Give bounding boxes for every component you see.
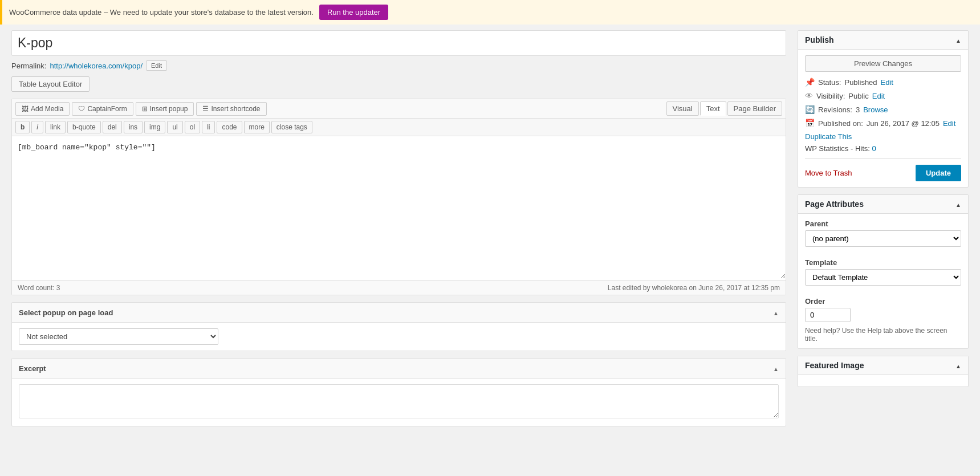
order-label: Order — [805, 297, 961, 306]
wp-stats-value-link[interactable]: 0 — [872, 144, 876, 153]
published-row: 📅 Published on: Jun 26, 2017 @ 12:05 Edi… — [805, 119, 961, 128]
editor-statusbar: Word count: 3 Last edited by wholekorea … — [12, 280, 786, 295]
status-label: Status: — [818, 78, 841, 87]
revisions-browse-link[interactable]: Browse — [863, 105, 888, 114]
word-count: Word count: 3 — [18, 284, 60, 292]
publish-box-body: Preview Changes 📌 Status: Published Edit… — [798, 50, 968, 187]
excerpt-section-body — [12, 379, 786, 426]
notice-text: WooCommerce data update – We need to upd… — [9, 8, 314, 17]
woocommerce-notice: WooCommerce data update – We need to upd… — [0, 0, 980, 25]
insert-popup-button[interactable]: ⊞ Insert popup — [136, 102, 194, 116]
toolbar-link[interactable]: link — [45, 121, 66, 133]
status-row: 📌 Status: Published Edit — [805, 78, 961, 87]
parent-section: Parent (no parent) — [805, 219, 961, 253]
toolbar-ol[interactable]: ol — [185, 121, 200, 133]
featured-image-header[interactable]: Featured Image — [798, 356, 968, 375]
popup-section-body: Not selected — [12, 323, 786, 351]
published-value: Jun 26, 2017 @ 12:05 — [867, 119, 940, 128]
shortcode-icon: ☰ — [202, 105, 209, 113]
visibility-value: Public — [848, 92, 868, 100]
preview-changes-button[interactable]: Preview Changes — [805, 55, 961, 72]
run-updater-button[interactable]: Run the updater — [319, 5, 388, 20]
status-value: Published — [844, 78, 877, 87]
page-attributes-title: Page Attributes — [805, 200, 864, 209]
sidebar: Publish Preview Changes 📌 Status: Publis… — [798, 30, 969, 394]
post-title-input[interactable] — [11, 30, 786, 56]
table-layout-editor-button[interactable]: Table Layout Editor — [11, 76, 90, 92]
shield-icon: 🛡 — [78, 105, 85, 113]
featured-image-title: Featured Image — [805, 361, 864, 370]
toolbar-bquote[interactable]: b-quote — [67, 121, 101, 133]
update-button[interactable]: Update — [916, 165, 961, 181]
toolbar-img[interactable]: img — [144, 121, 165, 133]
order-input[interactable] — [805, 308, 851, 322]
toolbar-more[interactable]: more — [244, 121, 270, 133]
template-label: Template — [805, 258, 961, 267]
published-label: Published on: — [818, 119, 863, 128]
visibility-label: Visibility: — [816, 92, 845, 100]
status-icon: 📌 — [805, 78, 815, 87]
excerpt-section: Excerpt — [11, 358, 786, 426]
page-attributes-collapse-icon — [955, 200, 961, 209]
toolbar-del[interactable]: del — [103, 121, 122, 133]
permalink-link[interactable]: http://wholekorea.com/kpop/ — [50, 62, 143, 70]
toolbar-bold[interactable]: b — [15, 121, 30, 133]
featured-image-collapse-icon — [955, 361, 961, 370]
order-section: Order — [805, 297, 961, 322]
duplicate-this-link[interactable]: Duplicate This — [805, 132, 852, 141]
add-media-button[interactable]: 🖼 Add Media — [15, 102, 70, 116]
permalink-label: Permalink: — [11, 62, 46, 70]
toolbar-ins[interactable]: ins — [124, 121, 143, 133]
excerpt-collapse-icon — [773, 363, 779, 373]
insert-shortcode-button[interactable]: ☰ Insert shortcode — [196, 102, 266, 116]
popup-section-header[interactable]: Select popup on page load — [12, 303, 786, 323]
revisions-row: 🔄 Revisions: 3 Browse — [805, 105, 961, 114]
paperclip-icon: 🖼 — [22, 105, 29, 113]
toolbar-italic[interactable]: i — [31, 121, 43, 133]
template-select[interactable]: Default Template — [805, 269, 961, 286]
move-to-trash-link[interactable]: Move to Trash — [805, 169, 852, 177]
publish-box: Publish Preview Changes 📌 Status: Publis… — [798, 30, 969, 188]
toolbar-code[interactable]: code — [217, 121, 242, 133]
help-text: Need help? Use the Help tab above the sc… — [805, 327, 961, 343]
popup-collapse-icon — [773, 307, 779, 318]
publish-box-header[interactable]: Publish — [798, 31, 968, 50]
revisions-icon: 🔄 — [805, 105, 815, 114]
tab-visual[interactable]: Visual — [666, 101, 699, 116]
editor-container: 🖼 Add Media 🛡 CaptainForm ⊞ Insert popup… — [11, 99, 786, 295]
page-attributes-header[interactable]: Page Attributes — [798, 195, 968, 214]
permalink-edit-button[interactable]: Edit — [146, 60, 167, 71]
publish-actions: Move to Trash Update — [805, 158, 961, 181]
revisions-value: 3 — [856, 105, 860, 114]
page-attributes-box: Page Attributes Parent (no parent) Templ… — [798, 194, 969, 349]
visibility-row: 👁 Visibility: Public Edit — [805, 91, 961, 100]
toolbar-row: b i link b-quote del ins img ul ol li co… — [12, 119, 786, 136]
featured-image-box: Featured Image — [798, 356, 969, 387]
visibility-icon: 👁 — [805, 91, 813, 100]
featured-image-body — [798, 375, 968, 387]
popup-select[interactable]: Not selected — [19, 328, 218, 345]
editor-tabs: Visual Text Page Builder — [665, 101, 782, 116]
toolbar-ul[interactable]: ul — [167, 121, 182, 133]
parent-select[interactable]: (no parent) — [805, 230, 961, 247]
grid-icon: ⊞ — [142, 105, 148, 113]
tab-text[interactable]: Text — [700, 101, 726, 116]
captain-form-button[interactable]: 🛡 CaptainForm — [72, 102, 133, 116]
popup-section: Select popup on page load Not selected — [11, 302, 786, 351]
page-attributes-body: Parent (no parent) Template Default Temp… — [798, 214, 968, 348]
excerpt-section-header[interactable]: Excerpt — [12, 359, 786, 379]
editor-textarea[interactable]: [mb_board name="kpop" style=""] — [12, 136, 786, 279]
excerpt-textarea[interactable] — [19, 384, 779, 418]
revisions-label: Revisions: — [818, 105, 852, 114]
toolbar-li[interactable]: li — [202, 121, 215, 133]
visibility-edit-link[interactable]: Edit — [872, 92, 885, 100]
popup-section-title: Select popup on page load — [19, 308, 113, 317]
wp-stats-label: WP Statistics - Hits: — [805, 144, 870, 153]
content-area: Permalink: http://wholekorea.com/kpop/ E… — [11, 30, 786, 426]
published-edit-link[interactable]: Edit — [943, 119, 955, 128]
toolbar-close-tags[interactable]: close tags — [271, 121, 312, 133]
status-edit-link[interactable]: Edit — [881, 78, 893, 87]
last-edited: Last edited by wholekorea on June 26, 20… — [608, 284, 780, 292]
tab-page-builder[interactable]: Page Builder — [727, 101, 782, 116]
parent-label: Parent — [805, 219, 961, 228]
